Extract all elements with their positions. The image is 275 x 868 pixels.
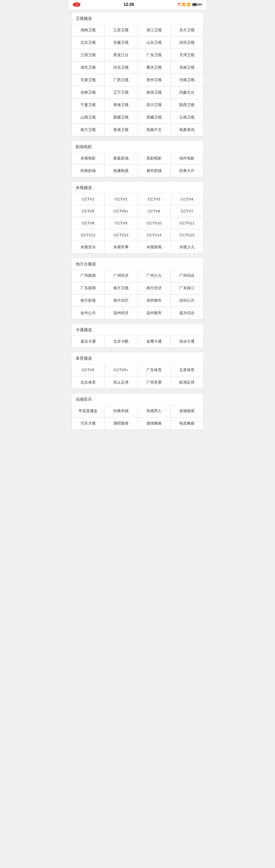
channel-cell[interactable]: 经典大片 [171,164,204,177]
channel-cell[interactable]: 新疆卫视 [105,111,138,124]
channel-cell[interactable]: 温州经济 [105,307,138,319]
channel-cell[interactable]: 江苏卫视 [105,24,138,36]
channel-cell[interactable]: 广州经济 [105,270,138,282]
channel-cell[interactable]: 江西卫视 [72,49,105,61]
channel-cell[interactable]: 凤凰资讯 [171,124,204,136]
channel-cell[interactable]: 热播电视 [105,164,138,177]
channel-cell[interactable]: 甘肃卫视 [72,74,105,86]
channel-cell[interactable]: 五星体育 [171,364,204,376]
channel-cell[interactable]: 广西卫视 [105,74,138,86]
channel-cell[interactable]: 央视音乐 [72,241,105,253]
channel-cell[interactable]: CCTV2 [105,193,138,205]
channel-cell[interactable]: 云南卫视 [171,111,204,124]
channel-cell[interactable]: 湖南卫视 [72,24,105,36]
channel-cell[interactable]: 广东体育 [138,364,171,376]
channel-cell[interactable]: 天津卫视 [171,49,204,61]
channel-cell[interactable]: CCTV4 [171,193,204,205]
channel-cell[interactable]: 炫动卡通 [171,335,204,348]
channel-cell[interactable]: 河南卫视 [171,74,204,86]
channel-cell[interactable]: CCTV6 [138,205,171,217]
channel-cell[interactable]: 经典串烧 [105,405,138,417]
channel-cell[interactable]: CCTV9 [105,217,138,229]
channel-cell[interactable]: 温州都市 [138,307,171,319]
channel-cell[interactable]: 旅游卫视 [138,86,171,99]
channel-cell[interactable]: 喜剧电影 [138,152,171,164]
channel-cell[interactable]: 广州综合 [171,270,204,282]
channel-cell[interactable]: CCTV10 [138,217,171,229]
channel-cell[interactable]: 山东卫视 [138,36,171,49]
channel-cell[interactable]: 广州新闻 [72,270,105,282]
channel-cell[interactable]: 深圳卫视 [171,36,204,49]
channel-cell[interactable]: 广东新闻 [72,282,105,294]
channel-cell[interactable]: 金鹰卡通 [138,335,171,348]
channel-cell[interactable]: 广东卫视 [138,49,171,61]
channel-cell[interactable]: 南方卫视 [72,124,105,136]
channel-cell[interactable]: CCTV5+ [105,364,138,376]
channel-cell[interactable]: 电音舞曲 [171,417,204,430]
channel-cell[interactable]: 吉林卫视 [72,86,105,99]
channel-cell[interactable]: 湖北卫视 [72,61,105,74]
channel-cell[interactable]: 都市剧场 [138,164,171,177]
channel-cell[interactable]: CCTV5 [72,364,105,376]
channel-cell[interactable]: 发烧慢摇 [171,405,204,417]
channel-cell[interactable]: 凤凰中文 [138,124,171,136]
channel-cell[interactable]: 华龙直播盒 [72,405,105,417]
channel-cell[interactable]: CCTV5+ [105,205,138,217]
channel-cell[interactable]: 广东珠江 [171,282,204,294]
channel-cell[interactable]: CCTV3 [138,193,171,205]
channel-cell[interactable]: CCTV14 [138,229,171,241]
channel-cell[interactable]: CCTV13 [105,229,138,241]
channel-cell[interactable]: 南方卫视 [105,282,138,294]
channel-cell[interactable]: 辽宁卫视 [105,86,138,99]
channel-cell[interactable]: 内蒙古台 [171,86,204,99]
channel-cell[interactable]: 香港卫视 [105,124,138,136]
channel-cell[interactable]: 南方综艺 [105,294,138,307]
channel-cell[interactable]: 西藏卫视 [138,111,171,124]
channel-cell[interactable]: 动作电影 [171,152,204,164]
channel-cell[interactable]: 家庭剧场 [105,152,138,164]
channel-cell[interactable]: 广州少儿 [138,270,171,282]
channel-cell[interactable]: CCTV12 [72,229,105,241]
channel-cell[interactable]: CCTV5 [72,205,105,217]
channel-cell[interactable]: CCTV15 [171,229,204,241]
channel-cell[interactable]: 重庆卫视 [138,61,171,74]
channel-cell[interactable]: 南方经济 [138,282,171,294]
channel-cell[interactable]: 伤感男人 [138,405,171,417]
channel-cell[interactable]: 央视少儿 [171,241,204,253]
channel-cell[interactable]: 金华公共 [72,307,105,319]
channel-cell[interactable]: 深圳都市 [138,294,171,307]
channel-cell[interactable]: 央视新闻 [138,241,171,253]
channel-cell[interactable]: CCTV7 [171,205,204,217]
channel-cell[interactable]: 激情舞曲 [138,417,171,430]
channel-cell[interactable]: 北京体育 [72,376,105,389]
channel-cell[interactable]: 嘉兴综合 [171,307,204,319]
channel-cell[interactable]: 山西卫视 [72,111,105,124]
channel-cell[interactable]: 黑龙江台 [105,49,138,61]
channel-cell[interactable]: 央视电影 [72,152,105,164]
channel-cell[interactable]: 嘉佳卡通 [72,335,105,348]
channel-cell[interactable]: 四川卫视 [138,99,171,111]
channel-cell[interactable]: 欧洲足球 [171,376,204,389]
channel-cell[interactable]: 酒吧慢摇 [105,417,138,430]
channel-cell[interactable]: 汽车大碟 [72,417,105,430]
channel-cell[interactable]: 风云足球 [105,376,138,389]
channel-cell[interactable]: 南方影视 [72,294,105,307]
channel-cell[interactable]: 陕西卫视 [171,99,204,111]
channel-cell[interactable]: 东方卫视 [171,24,204,36]
channel-cell[interactable]: 青海卫视 [105,99,138,111]
channel-cell[interactable]: 安徽卫视 [105,36,138,49]
channel-cell[interactable]: 河北卫视 [105,61,138,74]
channel-cell[interactable]: CCTV1 [72,193,105,205]
channel-cell[interactable]: 北京卡酷 [105,335,138,348]
channel-cell[interactable]: CCTV11 [171,217,204,229]
channel-cell[interactable]: 经典剧场 [72,164,105,177]
channel-cell[interactable]: 深圳公共 [171,294,204,307]
channel-cell[interactable]: CCTV8 [72,217,105,229]
channel-cell[interactable]: 浙江卫视 [138,24,171,36]
channel-cell[interactable]: 央视军事 [105,241,138,253]
channel-cell[interactable]: 宁夏卫视 [72,99,105,111]
channel-cell[interactable]: 贵州卫视 [138,74,171,86]
channel-cell[interactable]: 东南卫视 [171,61,204,74]
channel-cell[interactable]: 北京卫视 [72,36,105,49]
channel-cell[interactable]: 广州竞赛 [138,376,171,389]
